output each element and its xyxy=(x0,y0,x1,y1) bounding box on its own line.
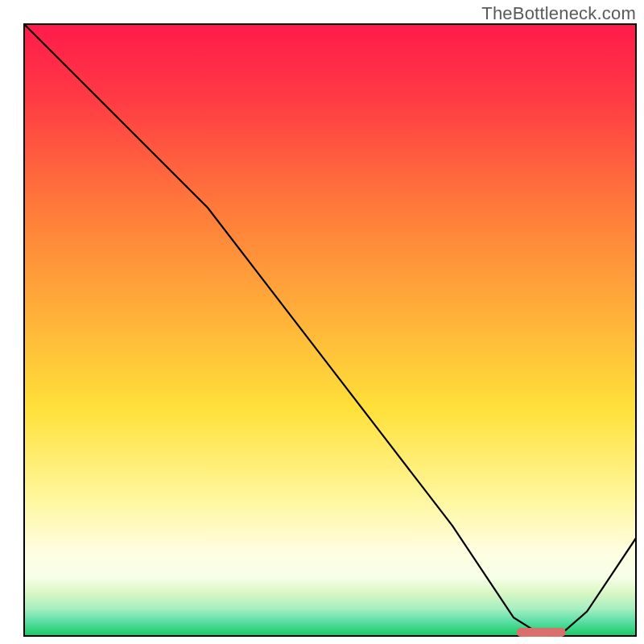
chart-container: TheBottleneck.com xyxy=(0,0,644,644)
optimal-range-marker xyxy=(517,628,566,637)
chart-svg xyxy=(0,0,644,644)
